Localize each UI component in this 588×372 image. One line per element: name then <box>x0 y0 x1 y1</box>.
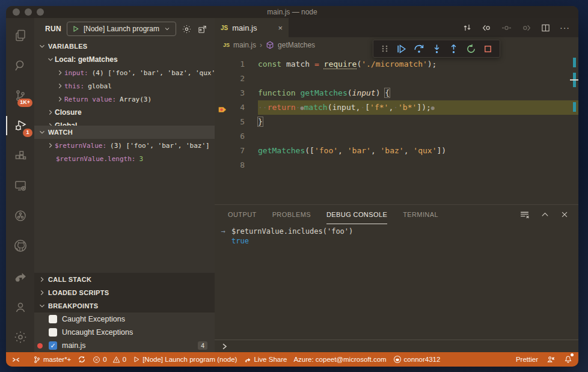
list-item[interactable]: Uncaught Exceptions <box>34 326 215 339</box>
line-number-gutter[interactable]: 4 <box>215 100 258 115</box>
settings-gear-icon[interactable] <box>6 322 34 352</box>
list-item[interactable]: $returnValue: (3) ['foo', 'bar', 'baz'] <box>34 139 215 152</box>
drag-handle-icon[interactable] <box>381 44 389 53</box>
tab-debug-console[interactable]: DEBUG CONSOLE <box>326 205 387 224</box>
extensions-icon[interactable] <box>6 141 34 171</box>
next-change-icon[interactable] <box>521 23 531 33</box>
code-line[interactable]: 7getMatches(['foo', 'bar', 'baz', 'qux']… <box>215 144 578 158</box>
line-number-gutter[interactable]: 1 <box>215 57 258 72</box>
zoom-window-icon[interactable] <box>37 8 44 16</box>
open-changes-icon[interactable] <box>462 23 472 32</box>
traffic-lights[interactable] <box>13 8 44 16</box>
more-actions-icon[interactable]: ··· <box>560 23 570 32</box>
code-line-text[interactable]: const match = require('./micromatch'); <box>258 57 578 72</box>
azure-account-status[interactable]: Azure: copeet@microsoft.com <box>293 356 386 363</box>
tab-terminal[interactable]: TERMINAL <box>403 205 438 224</box>
feedback-icon[interactable] <box>547 355 556 364</box>
code-line[interactable]: 5} <box>215 115 578 129</box>
open-debug-console-icon[interactable] <box>197 24 207 34</box>
explorer-icon[interactable] <box>6 20 34 50</box>
code-editor[interactable]: 1const match = require('./micromatch');2… <box>215 53 578 204</box>
checkbox-unchecked[interactable] <box>49 315 57 323</box>
line-number-gutter[interactable]: 5 <box>215 115 258 129</box>
maximize-panel-icon[interactable] <box>541 210 550 219</box>
chevron-right-icon <box>38 275 46 284</box>
continue-icon[interactable] <box>396 44 406 54</box>
split-editor-icon[interactable] <box>541 23 550 32</box>
line-number-gutter[interactable]: 7 <box>215 144 258 158</box>
close-tab-icon[interactable]: × <box>278 23 283 32</box>
variables-header[interactable]: VARIABLES <box>34 40 215 53</box>
launch-config-dropdown[interactable]: [Node] Launch program <box>67 22 176 36</box>
list-item[interactable]: $returnValue.length: 3 <box>34 152 215 165</box>
run-and-debug-icon[interactable]: 1 <box>6 111 34 141</box>
breakpoints-header[interactable]: BREAKPOINTS <box>34 299 215 313</box>
branch-status[interactable]: master*+ <box>33 356 71 364</box>
search-icon[interactable] <box>6 50 34 81</box>
line-number-gutter[interactable]: 2 <box>215 72 258 86</box>
list-item[interactable]: Local: getMatches <box>34 53 215 66</box>
github-account-status[interactable]: connor4312 <box>393 355 441 364</box>
line-number-gutter[interactable]: 3 <box>215 86 258 100</box>
line-number-gutter[interactable]: 8 <box>215 158 258 172</box>
close-panel-icon[interactable] <box>560 210 569 219</box>
loaded-scripts-header[interactable]: LOADED SCRIPTS <box>34 286 215 299</box>
watch-header[interactable]: WATCH <box>34 126 215 139</box>
remote-indicator[interactable] <box>6 352 25 367</box>
gitlens-icon[interactable] <box>6 201 34 231</box>
code-line-text[interactable]: function getMatches(input) { <box>258 86 578 100</box>
repl-input[interactable] <box>215 340 578 352</box>
code-line-text[interactable]: } <box>258 115 578 129</box>
clear-console-icon[interactable] <box>519 210 530 220</box>
checkbox-unchecked[interactable] <box>49 328 57 337</box>
remote-explorer-icon[interactable] <box>6 171 34 201</box>
github-icon[interactable] <box>6 231 34 261</box>
call-stack-header[interactable]: CALL STACK <box>34 273 215 286</box>
list-item[interactable]: ✓ main.js 4 <box>34 339 215 352</box>
debug-console-output[interactable]: → $returnValue.includes('foo') true <box>215 224 578 340</box>
line-number-gutter[interactable]: 6 <box>215 129 258 144</box>
source-control-icon[interactable]: 1K+ <box>6 81 34 111</box>
checkbox-checked[interactable]: ✓ <box>49 341 57 350</box>
live-share-status[interactable]: Live Share <box>243 356 287 364</box>
code-line-text[interactable] <box>258 158 578 172</box>
list-item[interactable]: Caught Exceptions <box>34 313 215 326</box>
live-share-icon[interactable] <box>6 261 34 291</box>
code-line[interactable]: 1const match = require('./micromatch'); <box>215 57 578 72</box>
code-line-text[interactable]: getMatches(['foo', 'bar', 'baz', 'qux']) <box>258 144 578 158</box>
step-over-icon[interactable] <box>414 43 424 54</box>
code-line[interactable]: 8 <box>215 158 578 172</box>
code-line-text[interactable] <box>258 129 578 144</box>
code-line[interactable]: 3function getMatches(input) { <box>215 86 578 100</box>
minimize-window-icon[interactable] <box>25 8 32 16</box>
notifications-bell-icon[interactable] <box>564 355 572 364</box>
sync-status[interactable] <box>78 355 86 364</box>
configure-gear-icon[interactable] <box>182 24 192 34</box>
launch-status[interactable]: [Node] Launch program (node) <box>133 356 237 363</box>
list-item[interactable]: Global <box>34 119 215 126</box>
close-window-icon[interactable] <box>13 8 20 16</box>
list-item[interactable]: input: (4) ['foo', 'bar', 'baz', 'qux'] <box>34 66 215 79</box>
list-item[interactable]: Closure <box>34 106 215 119</box>
problems-status[interactable]: 0 0 <box>93 356 126 364</box>
code-line[interactable]: 4··return·●match(input,·['f*',·'b*']);● <box>215 100 578 115</box>
code-line-text[interactable]: ··return·●match(input,·['f*',·'b*']);● <box>258 100 578 115</box>
list-item[interactable]: Return value: Array(3) <box>34 93 215 106</box>
tab-output[interactable]: OUTPUT <box>228 205 257 224</box>
previous-change-icon[interactable] <box>482 23 492 33</box>
chevron-right-icon <box>56 95 64 103</box>
tab-main-js[interactable]: JS main.js × <box>215 18 289 37</box>
step-out-icon[interactable] <box>449 44 459 54</box>
step-into-icon[interactable] <box>432 44 442 54</box>
prettier-status[interactable]: Prettier <box>516 356 538 363</box>
start-debug-icon[interactable] <box>72 25 79 32</box>
code-line[interactable]: 6 <box>215 129 578 144</box>
stop-icon[interactable] <box>483 44 492 53</box>
code-line[interactable]: 2 <box>215 72 578 86</box>
restart-icon[interactable] <box>466 44 476 54</box>
accounts-icon[interactable] <box>6 292 34 322</box>
list-item[interactable]: this: global <box>34 79 215 93</box>
chevron-down-icon <box>38 42 46 50</box>
code-line-text[interactable] <box>258 72 578 86</box>
tab-problems[interactable]: PROBLEMS <box>272 205 311 224</box>
